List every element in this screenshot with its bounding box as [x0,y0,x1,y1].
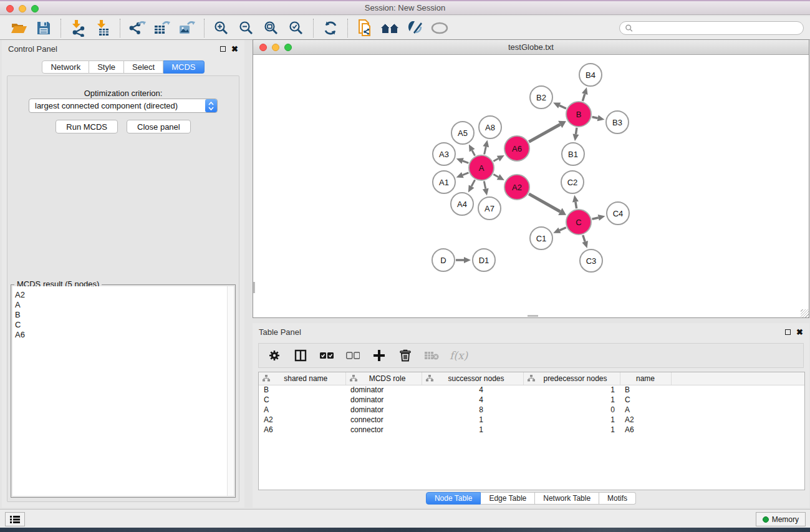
result-item[interactable]: C [15,320,224,330]
delete-table-icon[interactable] [423,347,440,364]
graph-edge[interactable] [559,228,566,231]
close-window-button[interactable] [6,5,14,12]
columns-icon[interactable] [292,347,309,364]
graph-node-A1[interactable]: A1 [432,170,456,194]
run-mcds-button[interactable]: Run MCDS [55,120,118,133]
graph-node-A4[interactable]: A4 [450,192,474,216]
minimize-window-button[interactable] [19,5,26,12]
tab-mcds[interactable]: MCDS [163,60,204,74]
zoom-out-icon[interactable] [234,18,259,38]
search-input[interactable] [633,24,798,32]
column-header[interactable]: successor nodes [422,372,523,385]
graph-node-A7[interactable]: A7 [478,196,501,220]
eye-icon[interactable] [427,18,452,38]
graph-edge[interactable] [463,161,468,163]
table-row[interactable]: A6connector11A6 [259,425,804,435]
table-row[interactable]: Cdominator41C [259,395,804,405]
close-panel-button[interactable]: Close panel [127,120,191,133]
open-session-icon[interactable] [6,18,31,38]
graph-edge[interactable] [485,147,486,154]
network-window-titlebar[interactable]: testGlobe.txt [253,40,809,55]
network-minimize-button[interactable] [272,44,279,51]
tab-motifs[interactable]: Motifs [599,492,636,505]
optimization-criterion-select[interactable]: largest connected component (directed) [29,99,218,113]
first-neighbors-icon[interactable] [377,18,402,38]
graph-node-B2[interactable]: B2 [529,85,553,109]
search-field[interactable] [619,21,804,35]
graph-edge[interactable] [493,158,498,161]
table-row[interactable]: Adominator80A [259,405,804,415]
apply-preferred-layout-icon[interactable] [318,18,343,38]
import-table-icon[interactable] [90,18,115,38]
save-session-icon[interactable] [31,18,56,38]
graph-edge[interactable] [472,150,475,155]
column-header[interactable]: name [620,372,671,385]
resize-grip[interactable] [801,309,809,317]
graph-node-B[interactable]: B [566,101,592,127]
vertical-scroll-thumb[interactable] [253,282,255,293]
zoom-selected-icon[interactable] [284,18,309,38]
graph-node-A5[interactable]: A5 [451,121,475,145]
graph-edge[interactable] [583,235,585,242]
tab-network[interactable]: Network [42,60,89,74]
graph-edge[interactable] [576,128,576,135]
graph-node-A[interactable]: A [468,155,494,181]
window-controls[interactable] [6,5,39,12]
float-table-panel-icon[interactable] [785,329,791,335]
graph-edge[interactable] [471,180,475,186]
close-panel-icon[interactable]: ✖ [231,46,238,52]
result-scrollbar[interactable] [227,286,234,496]
network-zoom-button[interactable] [284,44,292,51]
zoom-fit-icon[interactable] [259,18,284,38]
memory-button[interactable]: Memory [756,512,806,526]
graph-edge[interactable] [592,218,598,219]
graph-node-D[interactable]: D [432,248,455,272]
table-body[interactable]: Bdominator41BCdominator41CAdominator80AA… [259,385,804,435]
settings-gear-icon[interactable] [266,347,282,364]
result-item[interactable]: A2 [15,290,224,300]
delete-column-icon[interactable] [397,347,413,364]
graph-edge[interactable] [463,173,469,175]
graph-node-B4[interactable]: B4 [579,63,602,87]
table-row[interactable]: Bdominator41B [259,385,804,395]
graph-edge[interactable] [582,94,584,101]
column-header[interactable]: predecessor nodes [523,372,620,385]
export-network-icon[interactable] [125,18,150,38]
export-table-icon[interactable] [150,18,175,38]
network-close-button[interactable] [259,44,267,51]
result-item[interactable]: A6 [15,330,224,340]
graph-edge[interactable] [484,181,485,189]
mcds-result-list[interactable]: A2ABCA6 [12,286,227,496]
table-row[interactable]: A2connector11A2 [259,415,804,425]
graph-node-A8[interactable]: A8 [478,115,502,139]
graph-edge[interactable] [529,125,560,142]
tab-network-table[interactable]: Network Table [535,492,599,505]
zoom-in-icon[interactable] [209,18,234,38]
result-item[interactable]: B [15,310,224,320]
result-item[interactable]: A [15,300,224,310]
import-network-icon[interactable] [65,18,90,38]
graph-canvas[interactable]: B4B2BB3A8A5A6A3B1AA1C2A2A4A7C4CC1C3DD1 [253,55,809,317]
new-network-from-selection-icon[interactable] [352,18,377,38]
graph-node-C3[interactable]: C3 [579,249,603,273]
graph-edge[interactable] [559,105,566,109]
table-header-row[interactable]: shared nameMCDS rolesuccessor nodesprede… [259,372,804,385]
graph-node-A2[interactable]: A2 [504,174,530,200]
graph-node-A6[interactable]: A6 [504,135,530,162]
graph-node-C1[interactable]: C1 [529,226,553,250]
close-table-panel-icon[interactable]: ✖ [796,329,803,335]
graph-node-A3[interactable]: A3 [432,142,456,166]
column-header[interactable]: shared name [259,372,345,385]
task-history-button[interactable] [5,512,25,526]
graph-node-D1[interactable]: D1 [472,248,496,272]
horizontal-scroll-thumb[interactable] [528,315,538,317]
zoom-window-button[interactable] [31,5,39,12]
tab-node-table[interactable]: Node Table [426,492,481,505]
graph-node-B1[interactable]: B1 [561,142,585,166]
export-image-icon[interactable] [175,18,200,38]
tab-select[interactable]: Select [124,60,163,74]
graph-edge[interactable] [529,194,560,211]
graphics-details-icon[interactable] [402,18,427,38]
deselect-all-icon[interactable] [345,347,361,364]
graph-node-C2[interactable]: C2 [561,170,584,194]
